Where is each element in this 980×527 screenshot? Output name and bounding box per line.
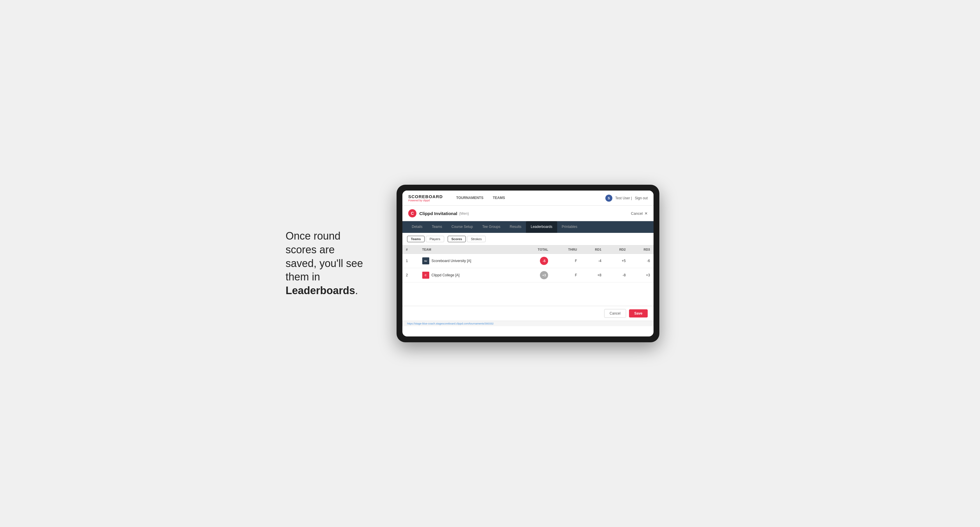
row1-team: SU Scoreboard University [A] — [419, 254, 520, 268]
row2-team-name: Clippd College [A] — [431, 273, 460, 277]
tablet-device: SCOREBOARD Powered by clippd TOURNAMENTS… — [396, 185, 659, 342]
table-row: 1 SU Scoreboard University [A] -5 F -4 — [402, 254, 654, 268]
filter-teams-button[interactable]: Teams — [407, 236, 425, 242]
tournament-cancel-button[interactable]: Cancel ✕ — [631, 211, 648, 216]
row2-thru: F — [552, 268, 581, 283]
col-team: TEAM — [419, 245, 520, 254]
tablet-screen: SCOREBOARD Powered by clippd TOURNAMENTS… — [402, 190, 654, 337]
tournament-header: C Clippd Invitational (Men) Cancel ✕ — [402, 206, 654, 221]
row1-score-badge: -5 — [540, 257, 548, 265]
close-icon: ✕ — [644, 211, 648, 216]
tournament-subtitle: (Men) — [459, 211, 469, 216]
col-thru: THRU — [552, 245, 581, 254]
footer-cancel-button[interactable]: Cancel — [604, 309, 626, 318]
row2-rd2: -8 — [605, 268, 629, 283]
row2-rank: 2 — [402, 268, 419, 283]
tab-tee-groups[interactable]: Tee Groups — [477, 221, 505, 233]
tab-leaderboards[interactable]: Leaderboards — [526, 221, 557, 233]
row1-thru: F — [552, 254, 581, 268]
left-text-bold: Leaderboards — [286, 284, 355, 297]
col-rank: # — [402, 245, 419, 254]
user-avatar: S — [605, 195, 612, 202]
url-bar: https://stage-blue-coach.stagescoreboard… — [402, 321, 654, 326]
tab-bar: Details Teams Course Setup Tee Groups Re… — [402, 221, 654, 233]
nav-right: S Test User | Sign out — [605, 195, 648, 202]
filter-scores-button[interactable]: Scores — [448, 236, 466, 242]
col-rd1: RD1 — [581, 245, 605, 254]
footer-save-button[interactable]: Save — [629, 309, 648, 317]
col-rd2: RD2 — [605, 245, 629, 254]
tournament-icon: C — [408, 209, 417, 217]
tab-teams[interactable]: Teams — [427, 221, 447, 233]
user-name: Test User | — [615, 196, 632, 200]
row2-team-logo: C — [422, 271, 429, 279]
tab-course-setup[interactable]: Course Setup — [447, 221, 477, 233]
row1-rd2: +5 — [605, 254, 629, 268]
row2-rd3: +3 — [629, 268, 654, 283]
row1-team-logo: SU — [422, 257, 429, 264]
row1-rd3: -6 — [629, 254, 654, 268]
left-text-period: . — [355, 284, 358, 297]
row1-rank: 1 — [402, 254, 419, 268]
nav-link-tournaments[interactable]: TOURNAMENTS — [452, 190, 488, 206]
top-navigation: SCOREBOARD Powered by clippd TOURNAMENTS… — [402, 190, 654, 206]
logo-sub: Powered by clippd — [408, 199, 443, 202]
leaderboard-table: # TEAM TOTAL THRU RD1 RD2 RD3 1 — [402, 245, 654, 283]
row2-rd1: +8 — [581, 268, 605, 283]
row2-team: C Clippd College [A] — [419, 268, 520, 283]
table-row: 2 C Clippd College [A] +3 F +8 -8 — [402, 268, 654, 283]
row1-rd1: -4 — [581, 254, 605, 268]
left-text-line3: saved, you'll see — [286, 257, 363, 269]
col-total: TOTAL — [520, 245, 552, 254]
tab-results[interactable]: Results — [505, 221, 526, 233]
logo-text: SCOREBOARD — [408, 194, 443, 199]
logo-area: SCOREBOARD Powered by clippd — [408, 194, 443, 202]
tab-details[interactable]: Details — [407, 221, 427, 233]
row2-score-badge: +3 — [540, 271, 548, 279]
left-text-line1: Once round — [286, 230, 340, 242]
nav-links: TOURNAMENTS TEAMS — [452, 190, 605, 206]
row1-team-name: Scoreboard University [A] — [431, 259, 471, 263]
col-rd3: RD3 — [629, 245, 654, 254]
filter-strokes-button[interactable]: Strokes — [467, 236, 485, 242]
tab-printables[interactable]: Printables — [557, 221, 582, 233]
tournament-title: Clippd Invitational — [419, 211, 457, 216]
filter-players-button[interactable]: Players — [426, 236, 444, 242]
row1-total: -5 — [520, 254, 552, 268]
filter-bar: Teams Players Scores Strokes — [402, 233, 654, 245]
nav-link-teams[interactable]: TEAMS — [488, 190, 509, 206]
sign-out-link[interactable]: Sign out — [635, 196, 648, 200]
left-text-line4: them in — [286, 271, 320, 283]
left-description: Once round scores are saved, you'll see … — [286, 229, 379, 298]
left-text-line2: scores are — [286, 244, 335, 256]
row2-total: +3 — [520, 268, 552, 283]
footer-bar: Cancel Save — [402, 306, 654, 321]
